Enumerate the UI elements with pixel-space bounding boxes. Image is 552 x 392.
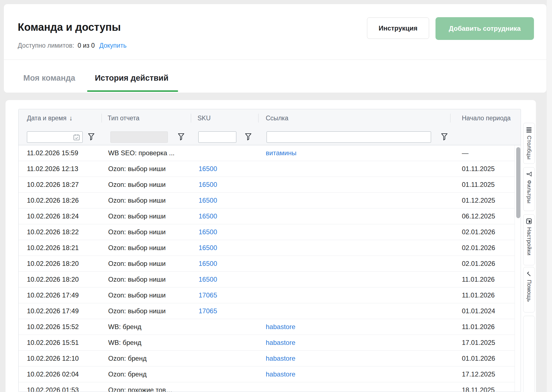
cell-link[interactable]: habastore (266, 351, 295, 366)
history-table: Дата и время↓ Тип отчета SKU Ссылка Нача… (18, 109, 521, 392)
cell-report-type: Ozon: выбор ниши (108, 256, 166, 271)
column-header-link[interactable]: Ссылка (266, 109, 288, 127)
datetime-filter-funnel-icon[interactable] (88, 133, 95, 141)
cell-sku-link[interactable]: 16500 (199, 161, 217, 177)
table-filter-row (19, 127, 521, 145)
cell-datetime: 11.02.2026 12:13 (27, 161, 78, 177)
link-filter-funnel-icon[interactable] (441, 133, 448, 141)
cell-period-start: 17.12.2025 (462, 366, 495, 382)
table-row: 10.02.2026 18:20Ozon: выбор ниши1650011.… (19, 272, 515, 287)
cell-link[interactable]: витамины (266, 145, 297, 161)
date-filter-input[interactable] (27, 131, 83, 143)
side-tab-filters[interactable]: Фильтры (523, 167, 535, 211)
table-row: 10.02.2026 17:49Ozon: выбор ниши1706501.… (19, 303, 515, 319)
cell-report-type: Ozon: выбор ниши (108, 193, 166, 208)
tab-history[interactable]: История действий (95, 73, 168, 83)
cell-link[interactable]: habastore (266, 335, 295, 350)
table-row: 10.02.2026 18:21Ozon: выбор ниши1650002.… (19, 240, 515, 256)
cell-datetime: 10.02.2026 15:51 (27, 335, 79, 350)
column-header-datetime[interactable]: Дата и время↓ (27, 109, 73, 127)
instruction-button[interactable]: Инструкция (367, 17, 429, 39)
cell-period-start: 02.01.2026 (462, 240, 495, 256)
check-icon (526, 271, 532, 277)
cell-period-start: 01.01.2026 (462, 351, 495, 366)
cell-datetime: 10.02.2026 17:49 (27, 287, 79, 303)
cell-report-type: Ozon: выбор ниши (108, 240, 166, 256)
cell-report-type: Ozon: бренд (108, 351, 146, 366)
table-row: 10.02.2026 15:51WB: брендhabastore17.01.… (19, 335, 515, 351)
cell-link[interactable]: habastore (266, 366, 295, 382)
table-row: 10.02.2026 18:24Ozon: выбор ниши1650006.… (19, 208, 515, 224)
cell-period-start: 11.01.2026 (462, 319, 495, 335)
cell-sku-link[interactable]: 17065 (199, 303, 217, 319)
tab-my-team[interactable]: Моя команда (23, 73, 75, 83)
cell-datetime: 10.02.2026 18:22 (27, 224, 79, 240)
cell-sku-link[interactable]: 16500 (199, 240, 217, 256)
table-row: 11.02.2026 15:59WB SEO: проверка ...вита… (19, 145, 515, 161)
table-row: 11.02.2026 12:13Ozon: выбор ниши1650001.… (19, 161, 515, 177)
report-type-filter-funnel-icon[interactable] (178, 133, 185, 141)
cell-datetime: 10.02.2026 18:26 (27, 193, 79, 208)
cell-datetime: 10.02.2026 18:20 (27, 256, 79, 271)
cell-sku-link[interactable]: 16500 (199, 224, 217, 240)
cell-datetime: 10.02.2026 02:04 (27, 366, 79, 382)
cell-sku-link[interactable]: 16500 (199, 177, 217, 192)
add-employee-button[interactable]: Добавить сотрудника (435, 17, 534, 40)
cell-sku-link[interactable]: 16500 (199, 193, 217, 208)
table-row: 10.02.2026 18:26Ozon: выбор ниши1650001.… (19, 193, 515, 208)
cell-datetime: 10.02.2026 18:21 (27, 240, 79, 256)
table-header-row: Дата и время↓ Тип отчета SKU Ссылка Нача… (19, 109, 521, 127)
column-header-sku[interactable]: SKU (197, 109, 211, 127)
column-divider (450, 114, 450, 123)
column-header-report-type[interactable]: Тип отчета (108, 109, 140, 127)
link-filter-input[interactable] (267, 131, 431, 143)
table-row: 10.02.2026 01:53Ozon: похожие тов…18.11.… (19, 382, 515, 392)
cell-period-start: 01.11.2025 (462, 161, 495, 177)
cell-sku-link[interactable]: 16500 (199, 272, 217, 287)
history-table-card: Дата и время↓ Тип отчета SKU Ссылка Нача… (6, 100, 536, 392)
cell-datetime: 10.02.2026 17:49 (27, 303, 79, 319)
table-scrollbar-thumb[interactable] (516, 147, 520, 218)
cell-datetime: 10.02.2026 18:27 (27, 177, 79, 192)
side-tab-settings[interactable]: Настройки (523, 214, 535, 265)
header-divider (4, 60, 546, 60)
table-row: 10.02.2026 18:27Ozon: выбор ниши1650001.… (19, 177, 515, 193)
side-tab-help[interactable]: Помощь (523, 267, 535, 312)
column-header-period-start[interactable]: Начало периода (462, 109, 511, 127)
browser-scrollbar[interactable] (547, 0, 552, 392)
side-rail-filler (523, 316, 535, 392)
limits-subtitle: Доступно лимитов: 0 из 0 Докупить (18, 42, 126, 49)
cell-link[interactable]: habastore (266, 319, 295, 335)
limits-value: 0 из 0 (78, 42, 95, 49)
cell-period-start: 02.01.2026 (462, 224, 495, 240)
cell-report-type: Ozon: выбор ниши (108, 303, 166, 319)
table-body: 11.02.2026 15:59WB SEO: проверка ...вита… (19, 145, 515, 392)
cell-report-type: WB: бренд (108, 319, 141, 335)
column-divider (258, 114, 259, 123)
column-divider (191, 114, 191, 123)
cell-report-type: Ozon: выбор ниши (108, 224, 166, 240)
sku-filter-input[interactable] (198, 131, 236, 143)
cell-period-start: 11.01.2026 (462, 287, 495, 303)
side-tab-label: Столбцы (526, 136, 532, 160)
cell-report-type: Ozon: выбор ниши (108, 208, 166, 224)
cell-sku-link[interactable]: 16500 (199, 208, 217, 224)
cell-report-type: Ozon: похожие тов… (108, 382, 173, 392)
cell-report-type: Ozon: выбор ниши (108, 177, 166, 192)
cell-period-start: 06.12.2025 (462, 208, 495, 224)
side-tab-label: Фильтры (526, 180, 532, 203)
side-tab-label: Помощь (526, 280, 532, 302)
cell-period-start: 01.11.2025 (462, 177, 495, 192)
table-row: 10.02.2026 12:10Ozon: брендhabastore01.0… (19, 351, 515, 366)
cell-sku-link[interactable]: 16500 (199, 256, 217, 271)
cell-report-type: WB: бренд (108, 335, 141, 350)
sku-filter-funnel-icon[interactable] (245, 133, 252, 141)
cell-report-type: Ozon: выбор ниши (108, 287, 166, 303)
side-tab-columns[interactable]: Столбцы (523, 123, 535, 164)
report-type-filter-input (110, 131, 168, 143)
cell-sku-link[interactable]: 17065 (199, 287, 217, 303)
cell-period-start: 11.01.2026 (462, 272, 495, 287)
column-divider (102, 114, 102, 123)
cell-datetime: 10.02.2026 12:10 (27, 351, 79, 366)
buy-more-link[interactable]: Докупить (99, 42, 126, 49)
